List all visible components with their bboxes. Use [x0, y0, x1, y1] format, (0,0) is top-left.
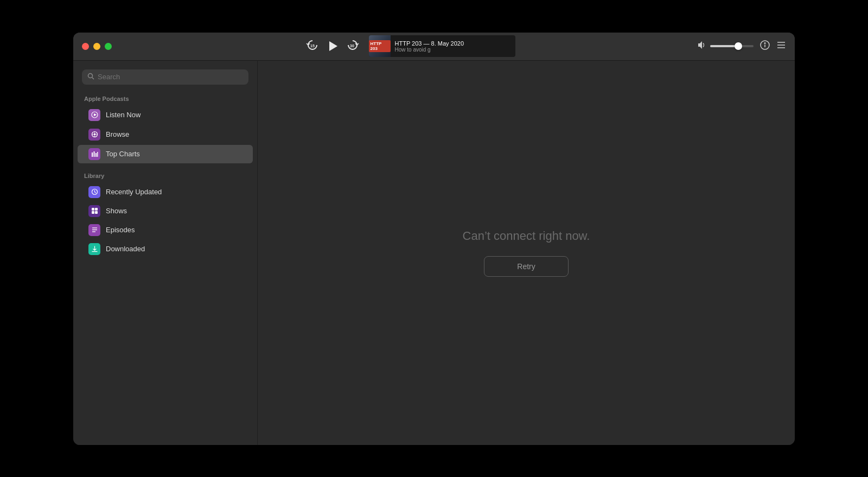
toolbar-center: 15 30: [123, 35, 697, 57]
toolbar-right: [697, 40, 786, 53]
recently-updated-label: Recently Updated: [106, 188, 162, 196]
recently-updated-icon: [88, 186, 100, 198]
downloaded-label: Downloaded: [106, 245, 145, 253]
sidebar-item-top-charts[interactable]: Top Charts: [78, 145, 253, 163]
svg-rect-25: [95, 208, 98, 211]
svg-rect-27: [95, 211, 98, 214]
volume-thumb: [735, 42, 742, 50]
play-button[interactable]: [327, 40, 339, 52]
svg-point-9: [88, 73, 93, 78]
top-charts-label: Top Charts: [106, 150, 140, 158]
search-input-wrapper[interactable]: [82, 69, 248, 85]
top-charts-icon: [88, 148, 100, 160]
downloaded-icon: [88, 243, 100, 255]
now-playing-card[interactable]: HTTP 203 HTTP 203 — 8. May 2020 How to a…: [369, 35, 515, 57]
search-icon: [87, 73, 94, 81]
svg-marker-1: [329, 41, 337, 51]
svg-marker-12: [94, 113, 97, 116]
search-container: [73, 69, 257, 93]
now-playing-info: HTTP 203 — 8. May 2020 How to avoid g: [391, 40, 515, 53]
svg-text:30: 30: [350, 44, 354, 48]
library-section-label: Library: [73, 170, 257, 182]
svg-point-5: [764, 42, 765, 43]
shows-icon: [88, 205, 100, 217]
search-input[interactable]: [98, 73, 243, 81]
sidebar-item-shows[interactable]: Shows: [78, 202, 253, 220]
listen-now-icon: [88, 109, 100, 121]
svg-text:15: 15: [310, 44, 315, 48]
list-button[interactable]: [776, 40, 786, 53]
main-area: Apple Podcasts Listen Now: [73, 61, 795, 445]
now-playing-subtitle: How to avoid g: [395, 47, 511, 53]
skip-back-button[interactable]: 15: [305, 39, 320, 54]
browse-icon: [88, 129, 100, 141]
minimize-button[interactable]: [93, 43, 100, 50]
sidebar: Apple Podcasts Listen Now: [73, 61, 258, 445]
sidebar-item-listen-now[interactable]: Listen Now: [78, 106, 253, 124]
apple-podcasts-section-label: Apple Podcasts: [73, 93, 257, 105]
browse-label: Browse: [106, 130, 129, 138]
skip-forward-button[interactable]: 30: [345, 39, 360, 54]
listen-now-label: Listen Now: [106, 111, 141, 119]
thumbnail-label: HTTP 203: [369, 40, 391, 52]
now-playing-title: HTTP 203 — 8. May 2020: [395, 40, 511, 47]
svg-rect-20: [93, 151, 94, 157]
svg-point-14: [93, 133, 95, 136]
episodes-icon: [88, 224, 100, 236]
window-controls: [82, 43, 112, 50]
app-window: 15 30: [73, 33, 795, 445]
transport-controls: 15 30: [305, 39, 360, 54]
svg-rect-26: [92, 211, 94, 214]
svg-rect-21: [95, 153, 97, 157]
svg-line-10: [92, 77, 94, 79]
volume-icon: [697, 41, 706, 52]
now-playing-thumbnail: HTTP 203: [369, 35, 391, 57]
sidebar-item-downloaded[interactable]: Downloaded: [78, 240, 253, 258]
sidebar-item-recently-updated[interactable]: Recently Updated: [78, 183, 253, 201]
svg-rect-24: [92, 208, 94, 211]
sidebar-item-browse[interactable]: Browse: [78, 125, 253, 144]
toolbar: 15 30: [73, 33, 795, 61]
maximize-button[interactable]: [105, 43, 112, 50]
retry-button[interactable]: Retry: [484, 256, 568, 277]
shows-label: Shows: [106, 207, 127, 215]
content-area: Can’t connect right now. Retry: [258, 61, 795, 445]
episodes-label: Episodes: [106, 226, 135, 234]
svg-rect-22: [97, 152, 98, 157]
volume-control: [697, 41, 754, 52]
svg-rect-19: [92, 152, 93, 157]
sidebar-item-episodes[interactable]: Episodes: [78, 221, 253, 239]
library-section: Library Recently Updated: [73, 170, 257, 259]
info-button[interactable]: [760, 40, 770, 53]
close-button[interactable]: [82, 43, 89, 50]
error-message: Can’t connect right now.: [463, 229, 590, 243]
volume-slider[interactable]: [710, 45, 754, 47]
